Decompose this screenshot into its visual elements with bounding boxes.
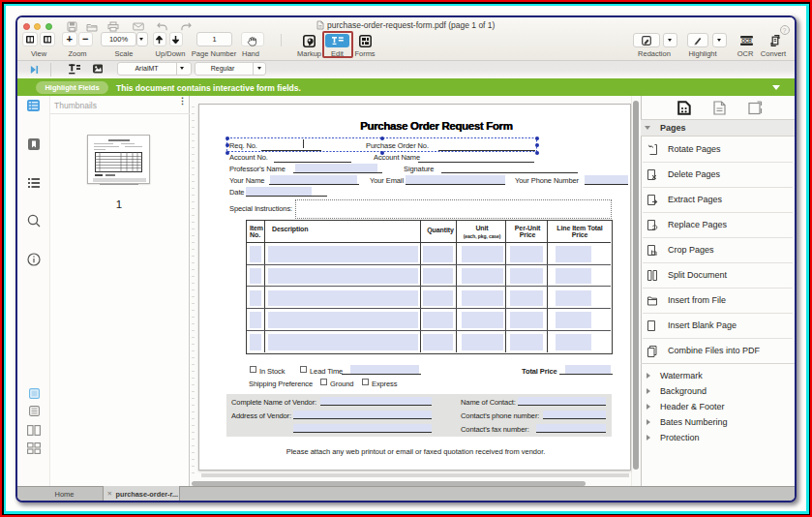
svg-text:OCR: OCR [741,38,752,43]
